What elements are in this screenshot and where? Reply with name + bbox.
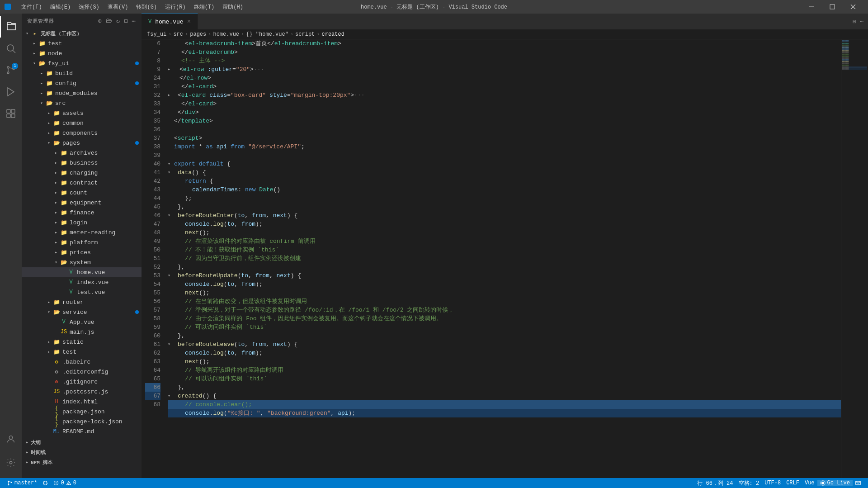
window-controls [801,0,863,14]
code-line-59: ▾ beforeRouteLeave(to, from, next) { [168,340,841,349]
new-file-icon[interactable]: ⊕ [98,17,102,25]
sidebar-item-service[interactable]: ▾ 📂 service [22,307,142,317]
sidebar-item-router[interactable]: ▸ 📁 router [22,297,142,307]
close-button[interactable] [843,0,863,14]
breadcrumb-fsy-ui[interactable]: fsy_ui [147,31,166,38]
sidebar-item-common[interactable]: ▸ 📁 common [22,118,142,128]
status-errors[interactable]: 0 0 [51,480,79,486]
folder-icon: 📁 [45,90,53,97]
sidebar-item-system[interactable]: ▾ 📂 system [22,257,142,267]
sidebar-item-app-vue[interactable]: ▸ V App.vue [22,317,142,327]
sidebar-item-archives[interactable]: ▸ 📁 archives [22,148,142,158]
status-notifications[interactable] [853,480,863,486]
tab-home-vue[interactable]: V home.vue × [142,14,198,29]
folder-open-icon: 📂 [45,100,53,107]
new-folder-icon[interactable]: 🗁 [106,17,113,25]
npm-label: NPM 脚本 [31,459,142,466]
folder-icon: 📁 [45,80,53,87]
sidebar-item-components[interactable]: ▸ 📁 components [22,128,142,138]
minimap[interactable]: ████████ ████████ ████████ ████████ ████… [841,39,868,478]
menu-edit[interactable]: 编辑(E) [47,2,75,12]
activity-settings[interactable] [0,452,22,474]
sidebar-item-finance[interactable]: ▸ 📁 finance [22,208,142,218]
breadcrumb-home-vue[interactable]: home.vue [213,31,239,38]
sidebar-item-timeline[interactable]: ▸ 时间线 [22,447,142,457]
sidebar-item-business[interactable]: ▸ 📁 business [22,158,142,168]
menu-file[interactable]: 文件(F) [18,2,46,12]
status-cursor-pos[interactable]: 行 66，列 24 [694,479,736,487]
menu-select[interactable]: 选择(S) [75,2,103,12]
menu-help[interactable]: 帮助(H) [219,2,247,12]
status-encoding[interactable]: UTF-8 [762,480,783,486]
sidebar-item-meter-reading[interactable]: ▸ 📁 meter-reading [22,227,142,237]
activity-explorer[interactable] [0,16,22,38]
sidebar-item-test-sub[interactable]: ▸ 📁 test [22,347,142,357]
sidebar-item-fsy-ui[interactable]: ▾ 📂 fsy_ui [22,58,142,68]
status-git-branch[interactable]: master* [5,480,40,486]
status-golive[interactable]: Go Live [817,480,853,486]
sidebar-item-login[interactable]: ▸ 📁 login [22,218,142,227]
sidebar-item-postcssrc[interactable]: ▸ JS .postcssrc.js [22,387,142,397]
sidebar-item-main-js[interactable]: ▸ JS main.js [22,327,142,337]
sidebar-item-readmemd[interactable]: ▸ M↓ README.md [22,426,142,436]
sidebar-item-equipment[interactable]: ▸ 📁 equipment [22,198,142,208]
split-editor-icon[interactable]: ⊟ [853,18,856,25]
sidebar-item-npm[interactable]: ▸ NPM 脚本 [22,457,142,467]
status-line-ending[interactable]: CRLF [783,480,802,486]
status-indent[interactable]: 空格: 2 [736,479,762,487]
activity-search[interactable] [0,38,22,59]
tab-close-icon[interactable]: × [187,18,191,25]
more-tabs-icon[interactable]: ⋯ [860,18,863,25]
file-label: package.json [62,408,142,415]
status-language[interactable]: Vue [802,480,817,486]
sidebar-item-count[interactable]: ▸ 📁 count [22,188,142,198]
activity-debug[interactable] [0,81,22,103]
sidebar-item-packagejson[interactable]: ▸ { } package.json [22,407,142,417]
activity-account[interactable] [0,428,22,450]
breadcrumb-pages[interactable]: pages [190,31,206,38]
sidebar-item-home-vue[interactable]: ▸ V home.vue [22,267,142,277]
breadcrumb-script[interactable]: script [295,31,315,38]
sidebar-item-prices[interactable]: ▸ 📁 prices [22,247,142,257]
sidebar-item-static[interactable]: ▸ 📁 static [22,337,142,347]
maximize-button[interactable] [822,0,843,14]
sidebar-item-pages[interactable]: ▾ 📂 pages [22,138,142,148]
code-line-61: next(); [168,357,841,366]
breadcrumb-created[interactable]: created [322,31,344,38]
breadcrumb-script-obj[interactable]: {} "home.vue" [246,31,288,38]
code-content[interactable]: <el-breadcrumb-item>首页</el-breadcrumb-it… [164,39,841,478]
sidebar-item-indexhtml[interactable]: ▸ H index.html [22,397,142,407]
sidebar-item-test-root[interactable]: ▸ 📁 test [22,38,142,48]
sidebar-item-src[interactable]: ▾ 📂 src [22,98,142,108]
menu-goto[interactable]: 转到(G) [132,2,160,12]
status-sync[interactable] [40,480,51,486]
sidebar-item-babelrc[interactable]: ▸ ⚙ .babelrc [22,357,142,367]
collapse-icon[interactable]: ⊟ [124,17,128,25]
sidebar-item-config[interactable]: ▸ 📁 config [22,78,142,88]
sidebar-item-gitignore[interactable]: ▸ ⊘ .gitignore [22,377,142,387]
sidebar-item-workspace[interactable]: ▾ ▸ 无标题 (工作区) [22,28,142,38]
more-icon[interactable]: ⋯ [132,17,136,25]
sidebar-item-contract[interactable]: ▸ 📁 contract [22,178,142,188]
refresh-icon[interactable]: ↻ [116,17,120,25]
md-file-icon: M↓ [52,428,61,435]
activity-git[interactable]: 1 [0,59,22,81]
sidebar-item-test-vue[interactable]: ▸ V test.vue [22,287,142,297]
sidebar-item-platform[interactable]: ▸ 📁 platform [22,237,142,247]
sidebar-item-index-vue[interactable]: ▸ V index.vue [22,277,142,287]
menu-terminal[interactable]: 终端(T) [190,2,218,12]
breadcrumb-src[interactable]: src [173,31,183,38]
activity-extensions[interactable] [0,103,22,124]
sidebar-item-node-modules[interactable]: ▸ 📁 node_modules [22,88,142,98]
menu-run[interactable]: 运行(R) [161,2,189,12]
sidebar-item-packagelockjson[interactable]: ▸ { } package-lock.json [22,417,142,426]
sidebar-item-editorconfig[interactable]: ▸ ⚙ .editorconfig [22,367,142,377]
sidebar-item-assets[interactable]: ▸ 📁 assets [22,108,142,118]
sidebar-item-node[interactable]: ▸ 📁 node [22,48,142,58]
arrow-icon: ▸ [24,450,31,455]
minimize-button[interactable] [801,0,822,14]
sidebar-item-outline[interactable]: ▸ 大纲 [22,437,142,447]
menu-view[interactable]: 查看(V) [104,2,132,12]
sidebar-item-build[interactable]: ▸ 📁 build [22,68,142,78]
sidebar-item-charging[interactable]: ▸ 📁 charging [22,168,142,178]
